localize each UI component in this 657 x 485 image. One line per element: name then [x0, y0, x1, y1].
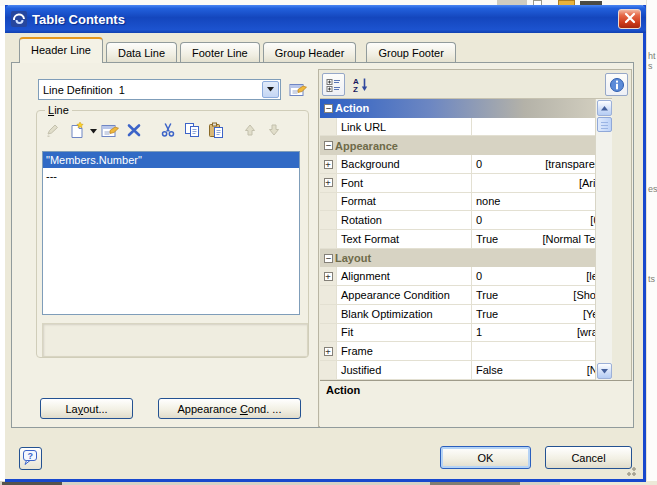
line-groupbox-label: Line: [45, 104, 72, 116]
layout-button[interactable]: Layout...: [40, 398, 133, 419]
ok-button[interactable]: OK: [440, 446, 531, 469]
property-row-link-url[interactable]: Link URL: [320, 118, 612, 137]
property-value-cell[interactable]: False[No]: [472, 361, 612, 379]
new-line-icon: [69, 122, 85, 140]
line-definition-properties-button[interactable]: [287, 78, 309, 100]
new-line-button[interactable]: [65, 120, 89, 142]
scroll-down-button[interactable]: [597, 363, 612, 379]
category-row-appearance[interactable]: −Appearance: [320, 136, 612, 155]
property-description-panel: Action: [320, 380, 632, 427]
line-properties-button[interactable]: [98, 120, 122, 142]
tab-strip: Header LineData LineFooter LineGroup Hea…: [19, 39, 459, 63]
property-value-cell[interactable]: none: [472, 193, 612, 211]
property-row-alignment[interactable]: +Alignment0[left]: [320, 267, 612, 286]
titlebar[interactable]: Table Contents: [5, 5, 646, 33]
line-definition-value: Line Definition 1: [39, 84, 261, 96]
line-definition-select[interactable]: Line Definition 1: [38, 79, 281, 100]
property-row-appearance-condition[interactable]: Appearance ConditionTrue[Show]: [320, 286, 612, 305]
property-grid-scrollbar[interactable]: [595, 99, 612, 380]
property-row-format[interactable]: Formatnone: [320, 193, 612, 212]
tab-header-line[interactable]: Header Line: [19, 37, 103, 63]
property-name: Background: [337, 155, 472, 173]
property-grid: −ActionLink URL−Appearance+Background0[t…: [320, 98, 612, 380]
collapse-icon[interactable]: −: [324, 254, 333, 263]
scroll-up-button[interactable]: [597, 100, 612, 116]
properties-icon: [101, 122, 119, 140]
info-button[interactable]: [605, 73, 628, 96]
delete-line-button[interactable]: [122, 120, 146, 142]
property-row-rotation[interactable]: Rotation0[0°]: [320, 211, 612, 230]
tab-group-header[interactable]: Group Header: [263, 42, 357, 63]
property-value-cell[interactable]: 0[0°]: [472, 211, 612, 229]
expand-icon[interactable]: +: [324, 178, 333, 187]
property-row-blank-optimization[interactable]: Blank OptimizationTrue[Yes]: [320, 305, 612, 324]
tab-footer-line[interactable]: Footer Line: [180, 42, 260, 63]
sort-az-button[interactable]: AZ: [349, 73, 372, 96]
list-item[interactable]: ---: [43, 168, 299, 184]
property-grid-panel: AZ −ActionLink URL−Appearance+Background…: [318, 69, 632, 427]
expand-icon[interactable]: +: [324, 160, 333, 169]
collapse-icon[interactable]: −: [324, 141, 333, 150]
edit-line-button[interactable]: [41, 120, 65, 142]
property-value: False: [476, 364, 587, 376]
category-label: Action: [333, 102, 369, 114]
property-value: True: [476, 233, 542, 245]
property-row-text-format[interactable]: Text FormatTrue[Normal Text]: [320, 230, 612, 249]
cancel-button[interactable]: Cancel: [545, 446, 632, 469]
property-row-font[interactable]: +Font[Arial]: [320, 174, 612, 193]
scroll-thumb[interactable]: [597, 117, 612, 132]
property-grid-toolbar: AZ: [321, 72, 629, 98]
close-button[interactable]: [618, 9, 641, 29]
collapse-icon[interactable]: −: [324, 104, 333, 113]
property-value-cell[interactable]: 0[left]: [472, 267, 612, 285]
expand-icon[interactable]: +: [324, 272, 333, 281]
property-value-cell[interactable]: True[Show]: [472, 286, 612, 304]
screen: htsests Table Contents Header LineData L…: [0, 0, 657, 485]
help-button[interactable]: ?: [19, 447, 42, 470]
background-text-fragment: ts: [648, 275, 655, 284]
tab-group-footer[interactable]: Group Footer: [366, 42, 455, 63]
paste-button[interactable]: [204, 120, 228, 142]
copy-icon: [184, 122, 200, 140]
property-value-cell[interactable]: [Arial]: [472, 174, 612, 192]
property-value-cell[interactable]: [472, 118, 612, 136]
resize-grip-icon[interactable]: [624, 464, 637, 477]
property-row-background[interactable]: +Background0[transparent]: [320, 155, 612, 174]
property-row-justified[interactable]: JustifiedFalse[No]: [320, 361, 612, 380]
property-name: Appearance Condition: [337, 286, 472, 304]
move-down-button[interactable]: [262, 120, 286, 142]
category-row-action[interactable]: −Action: [320, 99, 612, 118]
svg-text:Z: Z: [353, 85, 358, 93]
property-value: 0: [476, 214, 590, 226]
dropdown-arrow-icon[interactable]: [89, 120, 98, 142]
line-items-list[interactable]: "Members.Number"---: [42, 151, 300, 315]
category-row-layout[interactable]: −Layout: [320, 249, 612, 268]
property-value-cell[interactable]: True[Yes]: [472, 305, 612, 323]
expand-icon[interactable]: +: [324, 347, 333, 356]
line-toolbar: [41, 119, 286, 143]
move-up-button[interactable]: [238, 120, 262, 142]
chevron-down-icon[interactable]: [262, 81, 279, 98]
copy-button[interactable]: [180, 120, 204, 142]
property-name: Justified: [337, 361, 472, 379]
property-value-cell[interactable]: True[Normal Text]: [472, 230, 612, 248]
row-margin: [320, 305, 337, 323]
property-value-cell[interactable]: 1[wrap]: [472, 324, 612, 342]
background-text-fragment: s: [648, 62, 653, 71]
list-item[interactable]: "Members.Number": [43, 152, 299, 168]
property-value: 0: [476, 158, 545, 170]
property-value-cell[interactable]: 0[transparent]: [472, 155, 612, 173]
property-name: Fit: [337, 324, 472, 342]
property-row-fit[interactable]: Fit1[wrap]: [320, 324, 612, 343]
row-margin: [320, 193, 337, 211]
categorized-button[interactable]: [322, 73, 345, 96]
property-row-frame[interactable]: +Frame: [320, 342, 612, 361]
appearance-cond-button[interactable]: Appearance Cond. ...: [158, 398, 301, 419]
line-preview-panel: [42, 323, 308, 357]
move-up-icon: [243, 123, 257, 139]
tab-data-line[interactable]: Data Line: [106, 42, 177, 63]
property-name: Alignment: [337, 267, 472, 285]
delete-icon: [126, 122, 142, 140]
property-value-cell[interactable]: [472, 342, 612, 360]
cut-button[interactable]: [156, 120, 180, 142]
